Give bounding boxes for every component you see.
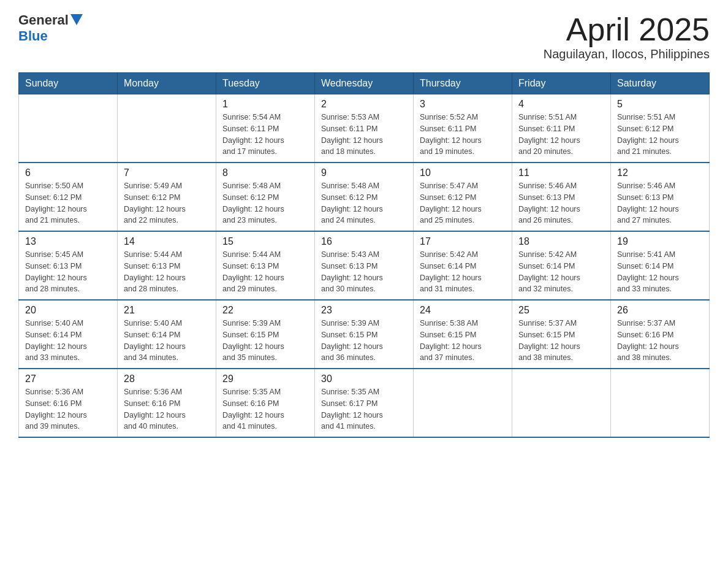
day-number: 24 [420,305,506,316]
day-info: Sunrise: 5:52 AM Sunset: 6:11 PM Dayligh… [420,112,506,158]
calendar-cell: 5Sunrise: 5:51 AM Sunset: 6:12 PM Daylig… [611,94,710,163]
calendar-table: SundayMondayTuesdayWednesdayThursdayFrid… [18,72,710,438]
day-number: 26 [617,305,703,316]
day-info: Sunrise: 5:44 AM Sunset: 6:13 PM Dayligh… [124,249,210,295]
day-info: Sunrise: 5:40 AM Sunset: 6:14 PM Dayligh… [124,318,210,364]
day-info: Sunrise: 5:46 AM Sunset: 6:13 PM Dayligh… [617,180,703,226]
day-number: 10 [420,167,506,178]
weekday-header-thursday: Thursday [414,73,512,94]
day-number: 23 [321,305,407,316]
day-number: 3 [420,99,506,110]
calendar-cell: 6Sunrise: 5:50 AM Sunset: 6:12 PM Daylig… [19,163,118,231]
calendar-cell: 15Sunrise: 5:44 AM Sunset: 6:13 PM Dayli… [216,231,315,300]
day-number: 11 [518,167,604,178]
calendar-cell: 22Sunrise: 5:39 AM Sunset: 6:15 PM Dayli… [216,300,315,369]
day-number: 12 [617,167,703,178]
day-number: 13 [25,236,111,247]
day-info: Sunrise: 5:41 AM Sunset: 6:14 PM Dayligh… [617,249,703,295]
svg-marker-0 [70,14,83,25]
day-info: Sunrise: 5:43 AM Sunset: 6:13 PM Dayligh… [321,249,407,295]
day-number: 4 [518,99,604,110]
calendar-cell: 23Sunrise: 5:39 AM Sunset: 6:15 PM Dayli… [315,300,414,369]
weekday-header-tuesday: Tuesday [216,73,315,94]
calendar-cell: 21Sunrise: 5:40 AM Sunset: 6:14 PM Dayli… [118,300,216,369]
day-number: 1 [222,99,308,110]
weekday-header-wednesday: Wednesday [315,73,414,94]
day-number: 14 [124,236,210,247]
day-number: 9 [321,167,407,178]
day-number: 29 [222,373,308,385]
day-info: Sunrise: 5:54 AM Sunset: 6:11 PM Dayligh… [222,112,308,158]
weekday-header-monday: Monday [118,73,216,94]
day-number: 15 [222,236,308,247]
day-number: 18 [518,236,604,247]
day-info: Sunrise: 5:48 AM Sunset: 6:12 PM Dayligh… [321,180,407,226]
logo: General Blue [18,12,83,44]
calendar-cell [19,94,118,163]
calendar-cell: 2Sunrise: 5:53 AM Sunset: 6:11 PM Daylig… [315,94,414,163]
day-info: Sunrise: 5:49 AM Sunset: 6:12 PM Dayligh… [124,180,210,226]
calendar-cell: 17Sunrise: 5:42 AM Sunset: 6:14 PM Dayli… [414,231,512,300]
calendar-cell: 1Sunrise: 5:54 AM Sunset: 6:11 PM Daylig… [216,94,315,163]
calendar-week-row: 20Sunrise: 5:40 AM Sunset: 6:14 PM Dayli… [19,300,710,369]
logo-general: General [18,12,69,28]
day-info: Sunrise: 5:50 AM Sunset: 6:12 PM Dayligh… [25,180,111,226]
day-number: 27 [25,373,111,385]
calendar-week-row: 13Sunrise: 5:45 AM Sunset: 6:13 PM Dayli… [19,231,710,300]
calendar-cell [611,369,710,437]
calendar-cell: 18Sunrise: 5:42 AM Sunset: 6:14 PM Dayli… [512,231,611,300]
calendar-title: April 2025 [544,12,710,47]
calendar-cell [118,94,216,163]
weekday-header-saturday: Saturday [611,73,710,94]
day-number: 21 [124,305,210,316]
day-info: Sunrise: 5:35 AM Sunset: 6:17 PM Dayligh… [321,386,407,432]
day-info: Sunrise: 5:36 AM Sunset: 6:16 PM Dayligh… [25,386,111,432]
calendar-cell: 13Sunrise: 5:45 AM Sunset: 6:13 PM Dayli… [19,231,118,300]
day-info: Sunrise: 5:39 AM Sunset: 6:15 PM Dayligh… [321,318,407,364]
day-number: 17 [420,236,506,247]
calendar-cell: 28Sunrise: 5:36 AM Sunset: 6:16 PM Dayli… [118,369,216,437]
calendar-cell [414,369,512,437]
day-number: 6 [25,167,111,178]
day-info: Sunrise: 5:48 AM Sunset: 6:12 PM Dayligh… [222,180,308,226]
day-info: Sunrise: 5:53 AM Sunset: 6:11 PM Dayligh… [321,112,407,158]
calendar-cell: 11Sunrise: 5:46 AM Sunset: 6:13 PM Dayli… [512,163,611,231]
calendar-cell: 14Sunrise: 5:44 AM Sunset: 6:13 PM Dayli… [118,231,216,300]
weekday-header-friday: Friday [512,73,611,94]
day-info: Sunrise: 5:36 AM Sunset: 6:16 PM Dayligh… [124,386,210,432]
day-number: 19 [617,236,703,247]
day-info: Sunrise: 5:39 AM Sunset: 6:15 PM Dayligh… [222,318,308,364]
calendar-cell: 29Sunrise: 5:35 AM Sunset: 6:16 PM Dayli… [216,369,315,437]
calendar-cell: 10Sunrise: 5:47 AM Sunset: 6:12 PM Dayli… [414,163,512,231]
calendar-cell: 12Sunrise: 5:46 AM Sunset: 6:13 PM Dayli… [611,163,710,231]
page-header: General Blue April 2025 Naguilayan, Iloc… [18,12,710,61]
calendar-week-row: 6Sunrise: 5:50 AM Sunset: 6:12 PM Daylig… [19,163,710,231]
calendar-cell: 4Sunrise: 5:51 AM Sunset: 6:11 PM Daylig… [512,94,611,163]
calendar-cell: 27Sunrise: 5:36 AM Sunset: 6:16 PM Dayli… [19,369,118,437]
day-number: 30 [321,373,407,385]
day-info: Sunrise: 5:44 AM Sunset: 6:13 PM Dayligh… [222,249,308,295]
day-info: Sunrise: 5:37 AM Sunset: 6:16 PM Dayligh… [617,318,703,364]
day-info: Sunrise: 5:38 AM Sunset: 6:15 PM Dayligh… [420,318,506,364]
weekday-header-sunday: Sunday [19,73,118,94]
weekday-header-row: SundayMondayTuesdayWednesdayThursdayFrid… [19,73,710,94]
day-number: 8 [222,167,308,178]
logo-blue: Blue [18,28,48,44]
calendar-cell [512,369,611,437]
calendar-cell: 8Sunrise: 5:48 AM Sunset: 6:12 PM Daylig… [216,163,315,231]
day-number: 5 [617,99,703,110]
day-info: Sunrise: 5:42 AM Sunset: 6:14 PM Dayligh… [420,249,506,295]
calendar-cell: 30Sunrise: 5:35 AM Sunset: 6:17 PM Dayli… [315,369,414,437]
calendar-subtitle: Naguilayan, Ilocos, Philippines [544,47,710,61]
title-section: April 2025 Naguilayan, Ilocos, Philippin… [544,12,710,61]
calendar-cell: 25Sunrise: 5:37 AM Sunset: 6:15 PM Dayli… [512,300,611,369]
day-number: 7 [124,167,210,178]
day-number: 2 [321,99,407,110]
day-info: Sunrise: 5:40 AM Sunset: 6:14 PM Dayligh… [25,318,111,364]
day-info: Sunrise: 5:45 AM Sunset: 6:13 PM Dayligh… [25,249,111,295]
calendar-week-row: 27Sunrise: 5:36 AM Sunset: 6:16 PM Dayli… [19,369,710,437]
day-info: Sunrise: 5:51 AM Sunset: 6:12 PM Dayligh… [617,112,703,158]
day-info: Sunrise: 5:37 AM Sunset: 6:15 PM Dayligh… [518,318,604,364]
calendar-cell: 24Sunrise: 5:38 AM Sunset: 6:15 PM Dayli… [414,300,512,369]
day-info: Sunrise: 5:42 AM Sunset: 6:14 PM Dayligh… [518,249,604,295]
